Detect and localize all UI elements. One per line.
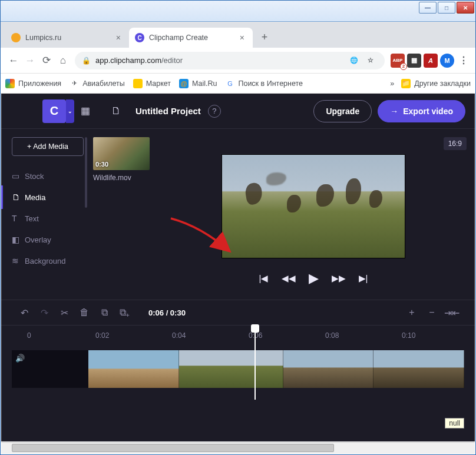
timeline-timecode: 0:06 / 0:30 <box>148 308 186 317</box>
bookmark-apps[interactable]: Приложения <box>5 79 61 88</box>
app-topbar: C ⌄ ▦ 🗋 Untitled Project ? Upgrade → Exp… <box>1 94 475 129</box>
clip-frame <box>373 350 464 388</box>
lock-icon: 🔒 <box>82 57 91 65</box>
skip-start-button[interactable]: |◀ <box>259 273 269 284</box>
media-thumbnail[interactable]: 0:30 <box>93 137 150 170</box>
delete-button[interactable]: 🗑 <box>74 307 94 318</box>
window-minimize-button[interactable]: — <box>419 2 437 14</box>
sidebar-item-overlay[interactable]: ◧Overlay <box>12 229 84 250</box>
window-titlebar: — □ ✕ <box>1 1 475 22</box>
bookmark-market[interactable]: Маркет <box>133 79 171 88</box>
undo-button[interactable]: ↶ <box>14 307 34 318</box>
ruler-tick: 0 <box>27 331 31 340</box>
sidebar-item-media[interactable]: 🗋Media <box>12 187 84 208</box>
url-text: app.clipchamp.com/editor <box>95 56 345 65</box>
clip-frame <box>179 350 283 388</box>
bookmark-star-icon[interactable]: ☆ <box>363 54 378 68</box>
clip-frame <box>283 350 374 388</box>
rewind-button[interactable]: ◀◀ <box>282 273 296 284</box>
layout-icon[interactable]: ▦ <box>74 105 97 117</box>
tab-close-icon[interactable]: × <box>114 33 123 42</box>
ruler-tick: 0:10 <box>402 331 415 340</box>
export-video-button[interactable]: → Export video <box>378 100 465 122</box>
browser-tab-clipchamp[interactable]: C Clipchamp Create × <box>129 28 253 48</box>
nav-forward-button[interactable]: → <box>22 52 38 69</box>
other-bookmarks[interactable]: 📁Другие закладки <box>401 79 471 88</box>
aspect-ratio-button[interactable]: 16:9 <box>444 137 467 150</box>
ruler-tick: 0:02 <box>95 331 109 340</box>
translate-icon[interactable]: 🌐 <box>347 54 361 68</box>
timeline-ruler[interactable]: 0 0:02 0:04 0:06 0:08 0:10 <box>1 326 475 347</box>
extension-icon[interactable]: ▦ <box>407 54 421 68</box>
zoom-in-button[interactable]: + <box>402 307 422 318</box>
split-button[interactable]: ✂ <box>54 307 74 318</box>
brand-logo[interactable]: C ⌄ <box>42 99 66 123</box>
add-media-button[interactable]: + Add Media <box>12 137 84 156</box>
favicon-icon <box>11 33 21 42</box>
background-icon: ≋ <box>12 256 25 265</box>
bookmarks-overflow[interactable]: » <box>390 79 394 88</box>
paste-button[interactable]: ⧉₊ <box>114 307 134 318</box>
fast-forward-button[interactable]: ▶▶ <box>332 273 346 284</box>
video-clip[interactable] <box>88 350 464 388</box>
sidebar-item-background[interactable]: ≋Background <box>12 250 84 271</box>
skip-end-button[interactable]: ▶| <box>359 273 368 284</box>
preview-panel: 16:9 |◀ ◀◀ ▶ ▶▶ ▶| <box>160 129 475 300</box>
copy-button[interactable]: ⧉ <box>94 307 114 318</box>
help-icon[interactable]: ? <box>208 105 221 118</box>
bookmark-search[interactable]: GПоиск в Интернете <box>225 79 303 88</box>
new-tab-button[interactable]: + <box>256 29 273 45</box>
sidebar-item-stock[interactable]: ▭Stock <box>12 165 84 187</box>
media-panel: 0:30 Wildlife.mov <box>90 129 160 300</box>
brand-dropdown-icon[interactable]: ⌄ <box>66 99 74 123</box>
window-close-button[interactable]: ✕ <box>457 2 474 14</box>
play-button[interactable]: ▶ <box>309 271 319 286</box>
zoom-fit-button[interactable]: ⇥⇤ <box>442 307 462 318</box>
favicon-icon: C <box>135 33 144 42</box>
zoom-out-button[interactable]: − <box>422 307 442 318</box>
video-preview[interactable] <box>222 155 405 258</box>
clip-frame <box>88 350 179 388</box>
nav-reload-button[interactable]: ⟳ <box>38 52 55 69</box>
clipchamp-app: C ⌄ ▦ 🗋 Untitled Project ? Upgrade → Exp… <box>1 94 475 441</box>
track-audio-toggle[interactable]: 🔊 <box>12 350 88 388</box>
playhead[interactable] <box>254 326 256 400</box>
tab-title: Clipchamp Create <box>149 34 208 42</box>
window-status-bar <box>1 442 475 454</box>
project-title[interactable]: Untitled Project <box>135 106 201 116</box>
bookmark-mailru[interactable]: @Mail.Ru <box>179 79 217 88</box>
sidebar-scrollbar[interactable] <box>85 137 87 208</box>
browser-menu-icon[interactable]: ⋮ <box>457 54 471 68</box>
nav-back-button[interactable]: ← <box>5 52 22 69</box>
tooltip: null <box>445 418 464 429</box>
browser-tab-strip: Lumpics.ru × C Clipchamp Create × + <box>1 22 475 48</box>
horizontal-scrollbar[interactable] <box>1 443 475 453</box>
acrobat-extension-icon[interactable]: A <box>424 54 438 68</box>
tab-title: Lumpics.ru <box>25 34 61 42</box>
sidebar: + Add Media ▭Stock 🗋Media TText ◧Overlay… <box>1 129 90 300</box>
speaker-icon: 🔊 <box>15 354 25 363</box>
redo-button[interactable]: ↷ <box>34 307 54 318</box>
sidebar-active-indicator <box>1 185 3 209</box>
timeline-toolbar: ↶ ↷ ✂ 🗑 ⧉ ⧉₊ 0:06 / 0:30 + − ⇥⇤ <box>1 300 475 326</box>
media-icon: 🗋 <box>12 192 25 202</box>
upgrade-button[interactable]: Upgrade <box>313 100 372 122</box>
browser-tab-lumpics[interactable]: Lumpics.ru × <box>5 28 129 48</box>
media-filename: Wildlife.mov <box>93 174 160 182</box>
sidebar-item-text[interactable]: TText <box>12 208 84 229</box>
text-icon: T <box>12 214 25 223</box>
timeline-track: 🔊 <box>1 347 475 391</box>
address-bar[interactable]: 🔒 app.clipchamp.com/editor 🌐 ☆ <box>75 52 385 69</box>
file-icon[interactable]: 🗋 <box>105 105 127 117</box>
browser-toolbar: ← → ⟳ ⌂ 🔒 app.clipchamp.com/editor 🌐 ☆ A… <box>1 48 475 74</box>
bookmark-avia[interactable]: ✈Авиабилеты <box>70 79 125 88</box>
profile-avatar[interactable]: M <box>440 54 454 68</box>
tab-close-icon[interactable]: × <box>237 33 247 42</box>
adblock-extension-icon[interactable]: ABP 2 <box>391 54 405 68</box>
export-arrow-icon: → <box>390 107 398 116</box>
window-maximize-button[interactable]: □ <box>438 2 455 14</box>
playback-controls: |◀ ◀◀ ▶ ▶▶ ▶| <box>259 271 368 286</box>
nav-home-button[interactable]: ⌂ <box>55 52 71 69</box>
stock-icon: ▭ <box>12 171 25 181</box>
ruler-tick: 0:08 <box>325 331 339 340</box>
